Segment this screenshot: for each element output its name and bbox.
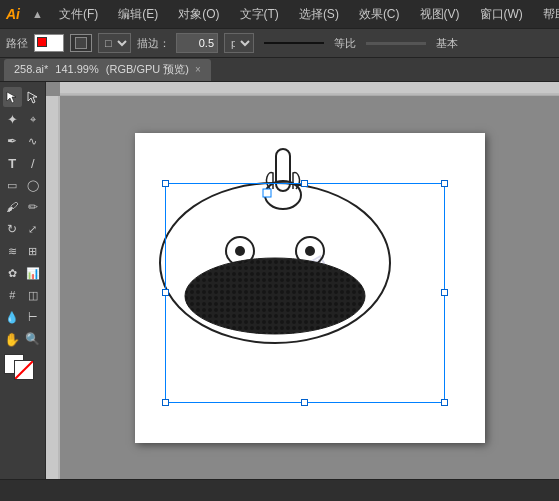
doc-tab[interactable]: 258.ai* 141.99% (RGB/GPU 预览) × [4, 59, 211, 81]
tool-row-2: ✦ ⌖ [2, 108, 43, 130]
tool-row-3: ✒ ∿ [2, 130, 43, 152]
toolbar-stroke-color[interactable] [34, 34, 64, 52]
hand-tool[interactable]: ✋ [3, 329, 22, 349]
magic-wand-tool[interactable]: ✦ [3, 109, 22, 129]
toolbox: ✦ ⌖ ✒ ∿ T / ▭ ◯ 🖌 ✏ ↻ ⤢ ≋ ⊞ [0, 82, 46, 479]
tool-row-8: ≋ ⊞ [2, 240, 43, 262]
toolbar-dengbi-label: 等比 [334, 36, 356, 51]
free-transform-tool[interactable]: ⊞ [24, 241, 43, 261]
scale-tool[interactable]: ⤢ [24, 219, 43, 239]
tool-row-4: T / [2, 152, 43, 174]
rotate-tool[interactable]: ↻ [3, 219, 22, 239]
menu-view[interactable]: 视图(V) [416, 4, 464, 25]
mesh-tool[interactable]: # [3, 285, 22, 305]
ai-logo: Ai [6, 6, 20, 22]
handle-top-right[interactable] [441, 180, 448, 187]
toolbar-stroke-unit-select[interactable]: pt [224, 33, 254, 53]
menu-file[interactable]: 文件(F) [55, 4, 102, 25]
tool-row-7: ↻ ⤢ [2, 218, 43, 240]
type-tool[interactable]: T [3, 153, 22, 173]
menu-effect[interactable]: 效果(C) [355, 4, 404, 25]
canvas-area: 佳图网 PJJ.COM [46, 82, 559, 479]
zoom-tool[interactable]: 🔍 [24, 329, 43, 349]
menu-edit[interactable]: 编辑(E) [114, 4, 162, 25]
menu-text[interactable]: 文字(T) [236, 4, 283, 25]
svg-line-0 [15, 361, 33, 379]
svg-point-11 [305, 246, 315, 256]
doc-tab-bar: 258.ai* 141.99% (RGB/GPU 预览) × [0, 58, 559, 82]
tool-row-9: ✿ 📊 [2, 262, 43, 284]
tool-row-12: ✋ 🔍 [2, 328, 43, 350]
handle-bottom-right[interactable] [441, 399, 448, 406]
toolbar-path-label: 路径 [6, 36, 28, 51]
svg-rect-14 [263, 189, 271, 197]
tool-row-11: 💧 ⊢ [2, 306, 43, 328]
eyedropper-tool[interactable]: 💧 [3, 307, 22, 327]
tool-row-5: ▭ ◯ [2, 174, 43, 196]
svg-point-9 [235, 246, 245, 256]
handle-middle-right[interactable] [441, 289, 448, 296]
menu-icon-arrow: ▲ [32, 8, 43, 20]
handle-bottom-left[interactable] [162, 399, 169, 406]
cartoon-figure [135, 133, 415, 353]
menu-object[interactable]: 对象(O) [174, 4, 223, 25]
color-boxes [4, 354, 42, 382]
stroke-color-box[interactable] [14, 360, 34, 380]
tool-row-6: 🖌 ✏ [2, 196, 43, 218]
warp-tool[interactable]: ≋ [3, 241, 22, 261]
gradient-tool[interactable]: ◫ [24, 285, 43, 305]
paintbrush-tool[interactable]: 🖌 [3, 197, 22, 217]
svg-rect-3 [46, 96, 60, 479]
ruler-vertical [46, 96, 60, 479]
svg-rect-13 [276, 149, 290, 191]
tool-row-1 [2, 86, 43, 108]
doc-tab-close-button[interactable]: × [195, 64, 201, 75]
menu-select[interactable]: 选择(S) [295, 4, 343, 25]
symbol-sprayer-tool[interactable]: ✿ [3, 263, 22, 283]
line-tool[interactable]: / [24, 153, 43, 173]
toolbar: 路径 □ 描边： pt 等比 基本 [0, 28, 559, 58]
doc-tab-name: 258.ai* 141.99% (RGB/GPU 预览) [14, 62, 189, 77]
toolbar-fill-box[interactable] [70, 34, 92, 52]
toolbar-line-preview [264, 42, 324, 44]
pen-tool[interactable]: ✒ [3, 131, 22, 151]
menu-bar: Ai ▲ 文件(F) 编辑(E) 对象(O) 文字(T) 选择(S) 效果(C)… [0, 0, 559, 28]
column-graph-tool[interactable]: 📊 [24, 263, 43, 283]
toolbar-jiben-label: 基本 [436, 36, 458, 51]
toolbar-stroke-label: 描边： [137, 36, 170, 51]
toolbar-stroke-input[interactable] [176, 33, 218, 53]
canvas-background[interactable]: 佳图网 PJJ.COM [60, 96, 559, 479]
handle-bottom-center[interactable] [301, 399, 308, 406]
direct-select-tool[interactable] [24, 87, 43, 107]
svg-point-7 [185, 258, 365, 334]
svg-rect-1 [60, 82, 559, 95]
tool-row-10: # ◫ [2, 284, 43, 306]
menu-help[interactable]: 帮助 [539, 4, 559, 25]
rect-tool[interactable]: ▭ [3, 175, 22, 195]
toolbar-line-preview2 [366, 42, 426, 45]
main-area: ✦ ⌖ ✒ ∿ T / ▭ ◯ 🖌 ✏ ↻ ⤢ ≋ ⊞ [0, 82, 559, 479]
measure-tool[interactable]: ⊢ [24, 307, 43, 327]
toolbar-shape-select[interactable]: □ [98, 33, 131, 53]
ruler-horizontal [60, 82, 559, 96]
select-tool[interactable] [3, 87, 22, 107]
ellipse-tool[interactable]: ◯ [24, 175, 43, 195]
menu-window[interactable]: 窗口(W) [476, 4, 527, 25]
lasso-tool[interactable]: ⌖ [24, 109, 43, 129]
status-bar [0, 479, 559, 501]
pencil-tool[interactable]: ✏ [24, 197, 43, 217]
curvature-tool[interactable]: ∿ [24, 131, 43, 151]
artboard: 佳图网 PJJ.COM [135, 133, 485, 443]
